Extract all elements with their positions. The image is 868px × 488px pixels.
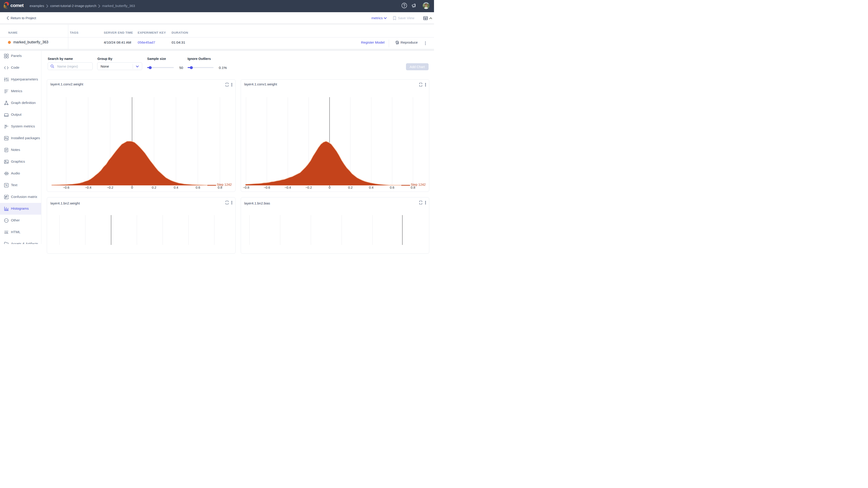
svg-text:−0.2: −0.2 — [107, 186, 114, 189]
svg-text:HTML: HTML — [4, 232, 8, 233]
svg-text:−0.6: −0.6 — [264, 186, 270, 189]
svg-text:0.4: 0.4 — [369, 186, 373, 189]
svg-text:−0.4: −0.4 — [284, 186, 291, 189]
svg-text:0.8: 0.8 — [218, 186, 222, 189]
svg-text:−0.8: −0.8 — [243, 186, 249, 189]
svg-text:−0.2: −0.2 — [305, 186, 312, 189]
svg-text:0.2: 0.2 — [152, 186, 156, 189]
svg-text:−0.4: −0.4 — [85, 186, 92, 189]
svg-text:0.6: 0.6 — [195, 186, 200, 189]
svg-text:0.2: 0.2 — [348, 186, 352, 189]
svg-text:Py: Py — [5, 137, 8, 140]
svg-text:−0.6: −0.6 — [63, 186, 69, 189]
svg-text:0: 0 — [329, 186, 330, 189]
svg-text:0.8: 0.8 — [410, 186, 415, 189]
svg-text:0.6: 0.6 — [390, 186, 394, 189]
svg-text:Tr: Tr — [5, 184, 7, 187]
svg-text:0: 0 — [131, 186, 133, 189]
svg-text:0.4: 0.4 — [174, 186, 178, 189]
